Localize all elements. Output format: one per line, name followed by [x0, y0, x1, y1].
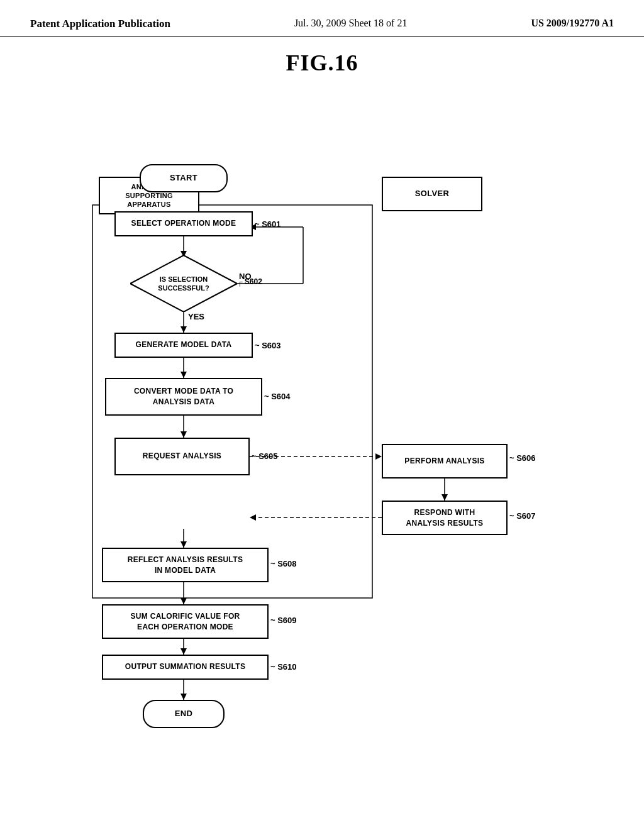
svg-marker-30	[180, 694, 187, 700]
svg-marker-17	[375, 453, 382, 460]
svg-marker-19	[441, 494, 448, 501]
s601-box: SELECT OPERATION MODE	[114, 211, 253, 236]
s603-box: GENERATE MODEL DATA	[114, 333, 253, 358]
svg-marker-23	[180, 541, 187, 548]
s601-label: ~ S601	[255, 219, 281, 229]
flowchart: NO YES	[39, 95, 605, 774]
svg-text:YES: YES	[188, 312, 204, 321]
s604-label: ~ S604	[264, 392, 291, 401]
publication-title: Patent Application Publication	[30, 18, 170, 30]
s607-label: ~ S607	[509, 511, 536, 521]
svg-marker-13	[180, 372, 187, 378]
svg-marker-15	[180, 431, 187, 438]
main-content: FIG.16 NO YES	[0, 37, 644, 787]
s608-box: REFLECT ANALYSIS RESULTSIN MODEL DATA	[102, 548, 269, 582]
s604-box: CONVERT MODE DATA TOANALYSIS DATA	[105, 378, 262, 416]
s610-label: ~ S610	[270, 662, 297, 672]
s606-label: ~ S606	[509, 453, 536, 463]
s608-label: ~ S608	[270, 559, 297, 568]
start-box: START	[140, 164, 228, 192]
s606-box: PERFORM ANALYSIS	[382, 444, 508, 479]
svg-marker-28	[180, 648, 187, 655]
s602-diamond-container: IS SELECTIONSUCCESSFUL?	[130, 255, 237, 312]
s609-label: ~ S609	[270, 616, 297, 625]
publication-number: US 2009/192770 A1	[531, 18, 614, 29]
svg-marker-21	[250, 514, 256, 521]
s610-box: OUTPUT SUMMATION RESULTS	[102, 655, 269, 680]
s607-box: RESPOND WITHANALYSIS RESULTS	[382, 501, 508, 535]
solver-box: SOLVER	[382, 177, 482, 211]
publication-date-sheet: Jul. 30, 2009 Sheet 18 of 21	[294, 18, 408, 29]
svg-marker-11	[180, 326, 187, 333]
s603-label: ~ S603	[255, 341, 281, 350]
s605-box: REQUEST ANALYSIS	[114, 438, 250, 475]
end-box: END	[143, 700, 225, 728]
figure-title: FIG.16	[286, 50, 358, 76]
svg-marker-25	[180, 598, 187, 604]
page-header: Patent Application Publication Jul. 30, …	[0, 0, 644, 37]
s605-label: ~ S605	[252, 451, 278, 461]
s609-box: SUM CALORIFIC VALUE FOREACH OPERATION MO…	[102, 604, 269, 639]
s602-label: ┌ S602	[237, 277, 262, 286]
